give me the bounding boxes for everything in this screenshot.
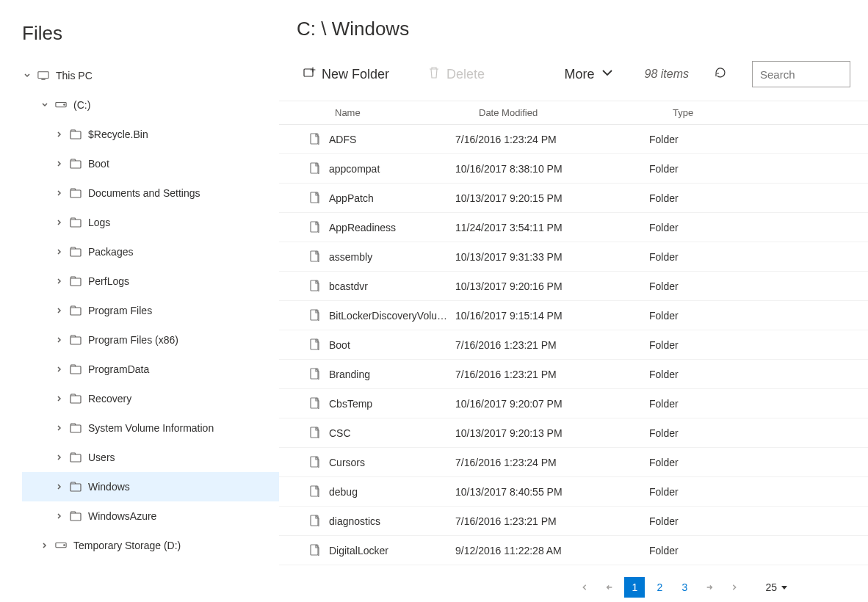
column-type[interactable]: Type xyxy=(673,107,868,118)
more-button[interactable]: More xyxy=(559,62,620,87)
column-name[interactable]: Name xyxy=(335,107,479,118)
more-label: More xyxy=(565,67,595,82)
pager-page-1[interactable]: 1 xyxy=(624,577,645,598)
folder-file-icon xyxy=(310,544,322,557)
chevron-right-icon[interactable] xyxy=(54,454,65,461)
tree-item-this-pc[interactable]: This PC xyxy=(22,61,279,90)
row-date: 11/24/2017 3:54:11 PM xyxy=(455,222,649,233)
pager-page-2[interactable]: 2 xyxy=(649,577,670,598)
chevron-right-icon[interactable] xyxy=(54,366,65,373)
tree-item-packages[interactable]: Packages xyxy=(22,237,279,266)
tree-item-program-files-x86-[interactable]: Program Files (x86) xyxy=(22,325,279,355)
item-count: 98 items xyxy=(645,68,689,81)
tree-item-recovery[interactable]: Recovery xyxy=(22,384,279,413)
table-row[interactable]: Branding7/16/2016 1:23:21 PMFolder xyxy=(279,360,868,389)
pager-last[interactable] xyxy=(724,577,745,598)
row-name: diagnostics xyxy=(329,515,455,527)
tree-item-programdata[interactable]: ProgramData xyxy=(22,355,279,384)
tree-item-windowsazure[interactable]: WindowsAzure xyxy=(22,501,279,531)
tree-item-windows[interactable]: Windows xyxy=(22,472,279,501)
table-row[interactable]: AppReadiness11/24/2017 3:54:11 PMFolder xyxy=(279,213,868,242)
chevron-down-icon[interactable] xyxy=(40,101,50,109)
folder-icon xyxy=(69,247,82,257)
table-row[interactable]: appcompat10/16/2017 8:38:10 PMFolder xyxy=(279,154,868,184)
tree-item-boot[interactable]: Boot xyxy=(22,149,279,178)
row-name: ADFS xyxy=(329,134,455,145)
tree-label: Windows xyxy=(88,481,130,493)
pager-page-3[interactable]: 3 xyxy=(674,577,695,598)
chevron-right-icon[interactable] xyxy=(54,336,65,344)
delete-label: Delete xyxy=(446,67,485,82)
chevron-right-icon[interactable] xyxy=(54,424,65,432)
row-date: 7/16/2016 1:23:24 PM xyxy=(455,457,649,468)
row-date: 10/13/2017 8:40:55 PM xyxy=(455,486,649,498)
chevron-right-icon[interactable] xyxy=(54,483,65,490)
tree-item-documents-and-settings[interactable]: Documents and Settings xyxy=(22,178,279,208)
chevron-right-icon[interactable] xyxy=(54,219,65,226)
table-row[interactable]: CSC10/13/2017 9:20:13 PMFolder xyxy=(279,418,868,448)
tree-label: Recovery xyxy=(88,393,131,405)
new-folder-button[interactable]: New Folder xyxy=(297,62,395,87)
folder-file-icon xyxy=(310,309,322,322)
table-row[interactable]: Cursors7/16/2016 1:23:24 PMFolder xyxy=(279,448,868,477)
svg-rect-5 xyxy=(70,190,81,197)
table-row[interactable]: DigitalLocker9/12/2016 11:22:28 AMFolder xyxy=(279,536,868,565)
table-row[interactable]: diagnostics7/16/2016 1:23:21 PMFolder xyxy=(279,507,868,536)
chevron-right-icon[interactable] xyxy=(54,512,65,520)
row-date: 9/12/2016 11:22:28 AM xyxy=(455,545,649,556)
folder-file-icon xyxy=(310,515,322,528)
folder-icon xyxy=(69,423,82,433)
tree-item-users[interactable]: Users xyxy=(22,443,279,472)
main-panel: C: \ Windows New Folder Delete More 98 i… xyxy=(279,0,868,602)
pager-prev[interactable] xyxy=(599,577,620,598)
table-row[interactable]: CbsTemp10/16/2017 9:20:07 PMFolder xyxy=(279,389,868,418)
pager-next[interactable] xyxy=(699,577,720,598)
row-type: Folder xyxy=(649,369,868,380)
chevron-down-icon[interactable] xyxy=(22,72,32,79)
table-row[interactable]: bcastdvr10/13/2017 9:20:16 PMFolder xyxy=(279,272,868,301)
pager-first[interactable] xyxy=(574,577,595,598)
tree-item-temporary-storage-d-[interactable]: Temporary Storage (D:) xyxy=(22,531,279,560)
table-row[interactable]: BitLockerDiscoveryVolumeContents10/16/20… xyxy=(279,301,868,330)
tree-label: PerfLogs xyxy=(88,275,129,287)
tree-item-system-volume-information[interactable]: System Volume Information xyxy=(22,413,279,443)
chevron-right-icon[interactable] xyxy=(54,248,65,255)
folder-icon xyxy=(69,364,82,374)
tree-item-logs[interactable]: Logs xyxy=(22,208,279,237)
row-date: 7/16/2016 1:23:21 PM xyxy=(455,339,649,351)
tree-item-perflogs[interactable]: PerfLogs xyxy=(22,266,279,296)
chevron-right-icon[interactable] xyxy=(54,160,65,167)
search-input[interactable] xyxy=(752,61,850,87)
delete-button: Delete xyxy=(422,62,491,87)
table-row[interactable]: Boot7/16/2016 1:23:21 PMFolder xyxy=(279,330,868,360)
svg-rect-16 xyxy=(70,513,81,521)
chevron-right-icon[interactable] xyxy=(54,278,65,285)
table-row[interactable]: Downloaded Program Files7/16/2016 1:23:2… xyxy=(279,565,868,573)
path-title: C: \ Windows xyxy=(279,18,868,40)
sidebar-title: Files xyxy=(22,22,279,45)
tree-label: Program Files (x86) xyxy=(88,334,178,346)
table-row[interactable]: ADFS7/16/2016 1:23:24 PMFolder xyxy=(279,125,868,154)
table-row[interactable]: debug10/13/2017 8:40:55 PMFolder xyxy=(279,477,868,507)
column-date[interactable]: Date Modified xyxy=(479,107,673,118)
row-type: Folder xyxy=(649,134,868,145)
chevron-right-icon[interactable] xyxy=(40,542,50,549)
tree-item--c-[interactable]: (C:) xyxy=(22,90,279,120)
table-row[interactable]: assembly10/13/2017 9:31:33 PMFolder xyxy=(279,242,868,272)
refresh-button[interactable] xyxy=(708,62,733,87)
folder-file-icon xyxy=(310,456,322,469)
chevron-right-icon[interactable] xyxy=(54,189,65,197)
row-type: Folder xyxy=(649,515,868,527)
tree-item-program-files[interactable]: Program Files xyxy=(22,296,279,325)
folder-file-icon xyxy=(310,427,322,440)
tree-item--recycle-bin[interactable]: $Recycle.Bin xyxy=(22,120,279,149)
folder-icon xyxy=(69,335,82,345)
tree-label: $Recycle.Bin xyxy=(88,128,148,140)
chevron-right-icon[interactable] xyxy=(54,307,65,314)
chevron-right-icon[interactable] xyxy=(54,395,65,402)
chevron-right-icon[interactable] xyxy=(54,131,65,138)
tree-label: Logs xyxy=(88,217,110,228)
page-size-select[interactable]: 25 xyxy=(765,581,787,593)
table-row[interactable]: AppPatch10/13/2017 9:20:15 PMFolder xyxy=(279,184,868,213)
tree-label: Users xyxy=(88,452,115,463)
